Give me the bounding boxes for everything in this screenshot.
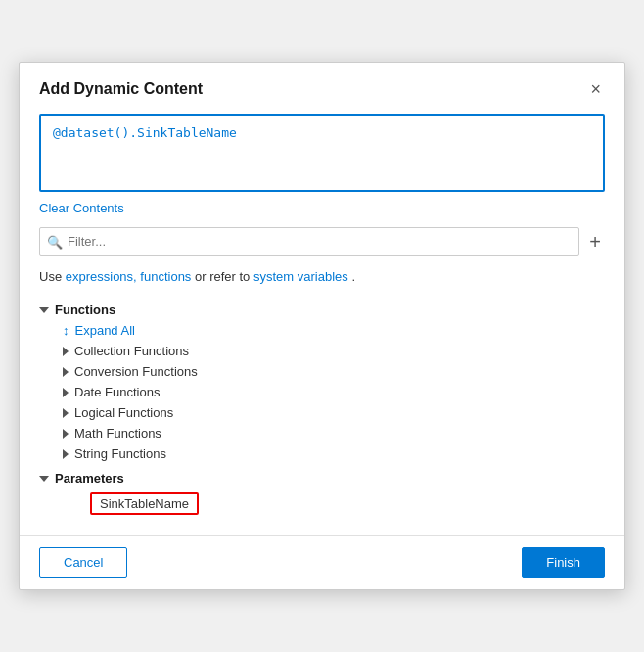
list-item[interactable]: Collection Functions <box>63 341 605 361</box>
logical-expand-icon <box>63 408 69 418</box>
parameters-label: Parameters <box>55 471 124 486</box>
close-button[interactable]: × <box>586 78 605 100</box>
sink-table-name-param[interactable]: SinkTableName <box>90 492 199 515</box>
conversion-functions-label: Conversion Functions <box>74 364 198 379</box>
description-after: . <box>351 269 355 284</box>
functions-section: Functions ↕ Expand All Collection Functi… <box>39 300 605 464</box>
dialog-title: Add Dynamic Content <box>39 80 203 98</box>
math-functions-label: Math Functions <box>74 426 161 441</box>
list-item[interactable]: Math Functions <box>63 423 605 443</box>
filter-row: 🔍 + <box>39 227 605 256</box>
parameters-expand-icon <box>39 476 49 482</box>
finish-button[interactable]: Finish <box>522 547 605 578</box>
date-functions-label: Date Functions <box>74 385 160 399</box>
expand-all-label: Expand All <box>75 323 135 338</box>
functions-label: Functions <box>55 303 115 317</box>
collection-functions-label: Collection Functions <box>74 344 189 358</box>
parameters-section: Parameters SinkTableName <box>39 468 605 515</box>
parameters-children: SinkTableName <box>39 489 605 515</box>
dialog-body: @dataset().SinkTableName Clear Contents … <box>20 114 624 535</box>
parameters-section-header[interactable]: Parameters <box>39 468 605 489</box>
description-before: Use <box>39 269 66 284</box>
add-button[interactable]: + <box>585 230 605 254</box>
conversion-expand-icon <box>63 367 69 377</box>
expressions-functions-link[interactable]: expressions, functions <box>66 269 192 284</box>
expression-input[interactable]: @dataset().SinkTableName <box>39 114 605 192</box>
functions-expand-icon <box>39 307 49 313</box>
add-dynamic-content-dialog: Add Dynamic Content × @dataset().SinkTab… <box>19 62 625 590</box>
string-functions-label: String Functions <box>74 446 166 461</box>
description-middle: or refer to <box>195 269 253 284</box>
cancel-button[interactable]: Cancel <box>39 547 127 578</box>
list-item[interactable]: Logical Functions <box>63 402 605 423</box>
clear-contents-link[interactable]: Clear Contents <box>39 201 124 215</box>
logical-functions-label: Logical Functions <box>74 405 173 420</box>
tree: Functions ↕ Expand All Collection Functi… <box>39 300 605 515</box>
string-expand-icon <box>63 449 69 459</box>
collection-expand-icon <box>63 347 69 356</box>
list-item[interactable]: Conversion Functions <box>63 361 605 382</box>
list-item[interactable]: String Functions <box>63 443 605 464</box>
dialog-footer: Cancel Finish <box>20 535 624 589</box>
expand-all-icon: ↕ <box>63 323 69 338</box>
list-item[interactable]: Date Functions <box>63 382 605 402</box>
filter-input[interactable] <box>39 227 579 256</box>
search-icon: 🔍 <box>47 234 63 249</box>
dialog-header: Add Dynamic Content × <box>20 63 624 114</box>
math-expand-icon <box>63 429 69 439</box>
description-text: Use expressions, functions or refer to s… <box>39 269 605 284</box>
functions-children: ↕ Expand All Collection Functions Conver… <box>39 320 605 464</box>
expand-all-row[interactable]: ↕ Expand All <box>63 320 605 341</box>
functions-section-header[interactable]: Functions <box>39 300 605 320</box>
system-variables-link[interactable]: system variables <box>253 269 348 284</box>
filter-input-wrap: 🔍 <box>39 227 579 256</box>
date-expand-icon <box>63 388 69 397</box>
